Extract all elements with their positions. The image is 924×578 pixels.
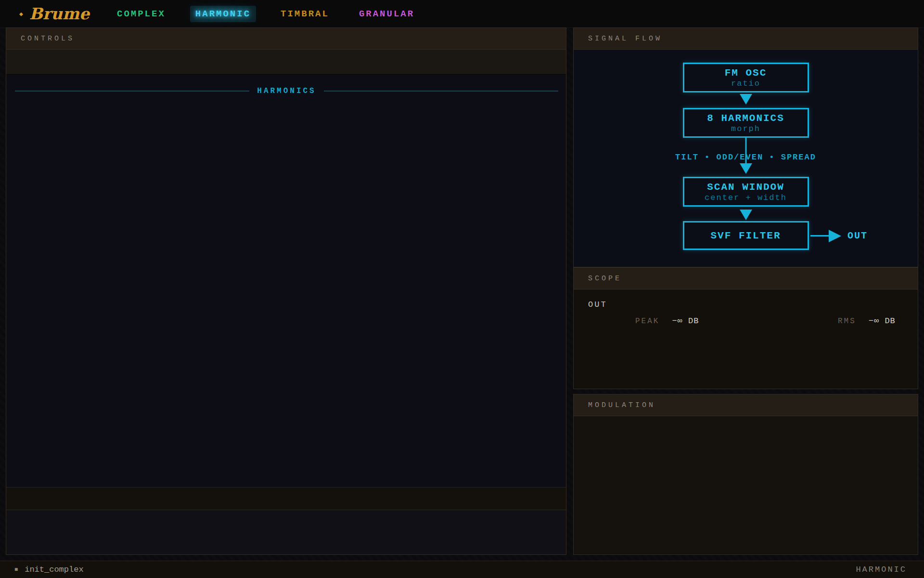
flow-node-title: SCAN WINDOW (707, 182, 784, 193)
rms-value: −∞ DB (869, 316, 896, 326)
top-bar: ◆ Brume COMPLEXHARMONICTIMBRALGRANULAR (0, 0, 924, 28)
signal-flow-header: SIGNAL FLOW (574, 28, 918, 50)
piano-keyboard (6, 510, 566, 554)
modulation-sources (574, 416, 918, 555)
preset-name[interactable]: init_complex (25, 565, 83, 574)
flow-node-fm-osc[interactable]: FM OSC ratio (683, 63, 809, 92)
controls-panel-header: CONTROLS (6, 28, 566, 50)
flow-arrow-right-icon (829, 230, 841, 242)
app-logo: Brume (29, 4, 90, 23)
flow-out-line (810, 235, 829, 236)
signal-flow-title: SIGNAL FLOW (588, 35, 662, 43)
mode-tab-complex[interactable]: COMPLEX (112, 6, 171, 22)
mode-tab-harmonic[interactable]: HARMONIC (190, 6, 256, 22)
scope-header: SCOPE (574, 268, 918, 289)
scope-display: OUT PEAK −∞ DB RMS −∞ DB (574, 289, 918, 390)
modulation-header: MODULATION (574, 394, 918, 416)
logo-diamond-icon: ◆ (19, 10, 23, 18)
status-bar: ■ init_complex HARMONIC (0, 561, 924, 578)
scope-channel-label: OUT (588, 300, 607, 309)
flow-node-subtitle: morph (731, 124, 760, 133)
modulation-panel: MODULATION (573, 394, 918, 555)
flow-node-harmonics[interactable]: 8 HARMONICS morph (683, 108, 809, 138)
modulation-title: MODULATION (588, 401, 655, 409)
flow-arrow-down-icon (740, 163, 752, 174)
peak-label: PEAK (635, 317, 659, 326)
mode-tabs: COMPLEXHARMONICTIMBRALGRANULAR (112, 6, 439, 22)
rms-label: RMS (838, 317, 856, 326)
flow-arrow-down-icon (740, 210, 752, 220)
app-root: ◆ Brume COMPLEXHARMONICTIMBRALGRANULAR C… (0, 0, 924, 578)
mode-tab-timbral[interactable]: TIMBRAL (275, 6, 334, 22)
flow-node-subtitle: center + width (705, 193, 787, 202)
peak-meter: PEAK −∞ DB (635, 316, 699, 326)
flow-node-title: 8 HARMONICS (707, 113, 784, 124)
keyboard-option-row (6, 487, 566, 510)
flow-node-subtitle: ratio (731, 79, 760, 88)
flow-node-title: SVF FILTER (710, 230, 781, 241)
status-mode-label: HARMONIC (856, 565, 907, 574)
flow-arrow-down-icon (740, 94, 752, 105)
harmonics-section-title: HARMONICS (15, 87, 558, 95)
flow-node-title: FM OSC (725, 67, 767, 79)
peak-value: −∞ DB (672, 316, 699, 326)
controls-tab-bar (6, 50, 566, 75)
flow-node-svf-filter[interactable]: SVF FILTER (683, 221, 809, 250)
controls-panel-title: CONTROLS (21, 35, 75, 43)
scope-title: SCOPE (588, 275, 622, 283)
flow-mid-label: TILT • ODD/EVEN • SPREAD (574, 153, 918, 162)
preset-square-icon: ■ (14, 566, 18, 573)
controls-panel: CONTROLS HARMONICS (6, 27, 566, 555)
signal-flow-diagram: FM OSC ratio 8 HARMONICS morph TILT • OD… (574, 50, 918, 268)
flow-node-scan-window[interactable]: SCAN WINDOW center + width (683, 177, 809, 207)
signal-flow-panel: SIGNAL FLOW FM OSC ratio 8 HARMONICS mor… (573, 27, 918, 267)
scope-panel: SCOPE OUT PEAK −∞ DB RMS −∞ DB (573, 267, 918, 389)
rms-meter: RMS −∞ DB (838, 316, 896, 326)
mode-tab-granular[interactable]: GRANULAR (354, 6, 420, 22)
flow-out-label: OUT (847, 230, 868, 241)
harmonics-section-title-text: HARMONICS (257, 87, 316, 95)
